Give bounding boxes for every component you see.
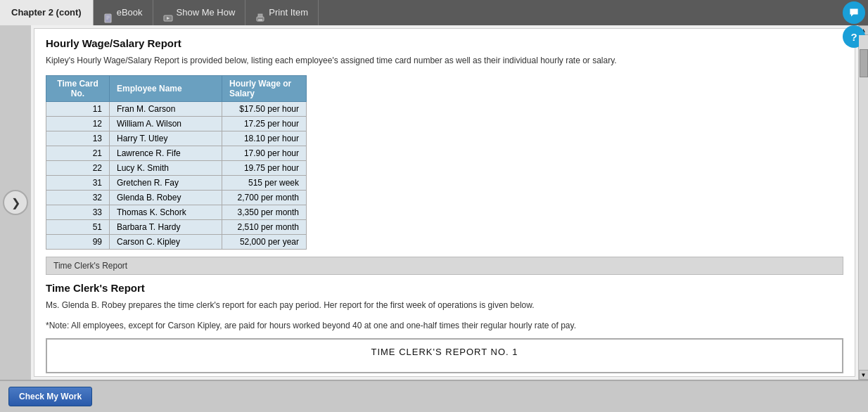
bottom-bar: Check My Work	[0, 380, 868, 412]
table-header-card-no: Time Card No.	[46, 75, 110, 101]
tab-print-item[interactable]: Print Item	[245, 0, 319, 25]
table-row: 21Lawrence R. Fife17.90 per hour	[46, 146, 307, 160]
cell-wage: 2,700 per month	[222, 190, 307, 205]
scroll-thumb[interactable]	[860, 49, 868, 77]
time-clerk-title: Time Clerk's Report	[46, 282, 843, 294]
main-area: ❯ Hourly Wage/Salary Report Kipley's Hou…	[0, 25, 868, 380]
cell-wage: 2,510 per month	[222, 219, 307, 234]
cell-wage: 3,350 per month	[222, 205, 307, 219]
table-row: 31Gretchen R. Fay515 per week	[46, 175, 307, 190]
cell-card-no: 32	[46, 190, 110, 205]
cell-employee-name: Harry T. Utley	[110, 131, 222, 146]
tab-bar: Chapter 2 (cont) eBook Show Me How	[0, 0, 868, 25]
film-icon	[163, 8, 173, 18]
cell-card-no: 22	[46, 160, 110, 175]
cell-card-no: 33	[46, 205, 110, 219]
content-panel: Hourly Wage/Salary Report Kipley's Hourl…	[31, 25, 858, 380]
hourly-wage-section: Hourly Wage/Salary Report Kipley's Hourl…	[46, 37, 843, 250]
tab-ebook-label: eBook	[117, 0, 143, 25]
cell-employee-name: Fran M. Carson	[110, 101, 222, 116]
cell-card-no: 51	[46, 219, 110, 234]
hourly-wage-description: Kipley's Hourly Wage/Salary Report is pr…	[46, 55, 843, 67]
cell-wage: 515 per week	[222, 175, 307, 190]
book-icon	[103, 8, 113, 18]
time-clerk-description: Ms. Glenda B. Robey prepares the time cl…	[46, 300, 843, 311]
table-row: 32Glenda B. Robey2,700 per month	[46, 190, 307, 205]
cell-wage: $17.50 per hour	[222, 101, 307, 116]
chapter-title: Chapter 2 (cont)	[0, 0, 94, 25]
table-row: 13Harry T. Utley18.10 per hour	[46, 131, 307, 146]
scroll-down-arrow[interactable]: ▼	[859, 370, 869, 380]
cell-employee-name: Lucy K. Smith	[110, 160, 222, 175]
cell-employee-name: Carson C. Kipley	[110, 234, 222, 249]
time-clerk-section-header: Time Clerk's Report	[46, 257, 843, 275]
cell-employee-name: Lawrence R. Fife	[110, 146, 222, 160]
svg-rect-0	[105, 14, 111, 22]
cell-card-no: 13	[46, 131, 110, 146]
content-scroll-area[interactable]: Hourly Wage/Salary Report Kipley's Hourl…	[34, 28, 855, 377]
hourly-wage-title: Hourly Wage/Salary Report	[46, 37, 843, 49]
wage-table: Time Card No. Employee Name Hourly Wage …	[46, 75, 307, 250]
table-row: 99Carson C. Kipley52,000 per year	[46, 234, 307, 249]
table-row: 33Thomas K. Schork3,350 per month	[46, 205, 307, 219]
cell-card-no: 21	[46, 146, 110, 160]
cell-card-no: 11	[46, 101, 110, 116]
time-clerk-note: *Note: All employees, except for Carson …	[46, 320, 843, 332]
cell-wage: 52,000 per year	[222, 234, 307, 249]
table-header-wage: Hourly Wage or Salary	[222, 75, 307, 101]
table-header-name: Employee Name	[110, 75, 222, 101]
svg-rect-7	[258, 14, 262, 17]
cell-employee-name: William A. Wilson	[110, 116, 222, 131]
time-clerk-report-title: TIME CLERK'S REPORT NO. 1	[54, 347, 835, 357]
printer-icon	[255, 8, 265, 18]
left-nav: ❯	[0, 25, 31, 380]
cell-wage: 19.75 per hour	[222, 160, 307, 175]
tab-print-item-label: Print Item	[269, 0, 308, 25]
cell-employee-name: Barbara T. Hardy	[110, 219, 222, 234]
tab-show-me-how-label: Show Me How	[177, 0, 236, 25]
cell-wage: 17.25 per hour	[222, 116, 307, 131]
table-row: 51Barbara T. Hardy2,510 per month	[46, 219, 307, 234]
time-clerk-section-label: Time Clerk's Report	[53, 261, 127, 271]
chat-button[interactable]	[843, 1, 865, 24]
check-my-work-button[interactable]: Check My Work	[8, 387, 92, 406]
next-arrow-button[interactable]: ❯	[3, 190, 28, 215]
tab-ebook[interactable]: eBook	[94, 0, 153, 25]
cell-wage: 17.90 per hour	[222, 146, 307, 160]
cell-employee-name: Thomas K. Schork	[110, 205, 222, 219]
cell-employee-name: Gretchen R. Fay	[110, 175, 222, 190]
scroll-track[interactable]	[859, 35, 869, 370]
cell-card-no: 99	[46, 234, 110, 249]
cell-card-no: 12	[46, 116, 110, 131]
cell-card-no: 31	[46, 175, 110, 190]
tab-show-me-how[interactable]: Show Me How	[153, 0, 246, 25]
chevron-right-icon: ❯	[11, 196, 20, 210]
cell-wage: 18.10 per hour	[222, 131, 307, 146]
scrollbar: ▲ ▼	[858, 25, 868, 380]
table-row: 22Lucy K. Smith19.75 per hour	[46, 160, 307, 175]
time-clerk-section: Time Clerk's Report Ms. Glenda B. Robey …	[46, 282, 843, 374]
time-clerk-report-box: TIME CLERK'S REPORT NO. 1	[46, 338, 843, 373]
cell-employee-name: Glenda B. Robey	[110, 190, 222, 205]
svg-rect-8	[258, 19, 262, 21]
table-row: 12William A. Wilson17.25 per hour	[46, 116, 307, 131]
table-row: 11Fran M. Carson$17.50 per hour	[46, 101, 307, 116]
